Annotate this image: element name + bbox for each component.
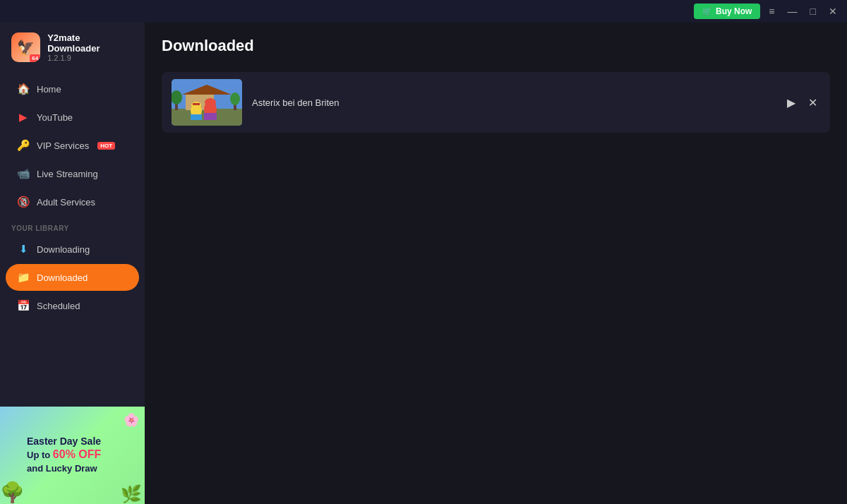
flower-icon: 🌸	[124, 412, 139, 428]
app-version: 1.2.1.9	[47, 54, 133, 62]
ad-discount: 60% OFF	[53, 448, 101, 460]
sidebar-item-vip[interactable]: 🔑 VIP Services HOT	[6, 132, 139, 159]
key-icon: 🔑	[17, 139, 30, 152]
library-section-label: YOUR LIBRARY	[0, 216, 145, 235]
sidebar-item-adult-label: Adult Services	[37, 197, 95, 208]
title-bar: Buy Now ≡ — □ ✕	[0, 0, 847, 23]
svg-rect-9	[193, 103, 200, 105]
downloaded-icon: 📁	[17, 271, 30, 284]
sidebar-item-downloading[interactable]: ⬇ Downloading	[6, 236, 139, 263]
ad-up-to: Up to	[27, 450, 50, 460]
sidebar-item-live[interactable]: 📹 Live Streaming	[6, 160, 139, 187]
downloading-icon: ⬇	[17, 243, 30, 256]
sidebar-item-live-label: Live Streaming	[37, 169, 98, 179]
item-title: Asterix bei den Briten	[252, 97, 774, 108]
app-logo-icon: 🦅 64	[11, 32, 40, 62]
app-logo-text: Y2mate Downloader 1.2.1.9	[47, 32, 133, 62]
svg-rect-7	[204, 113, 217, 120]
ad-subtitle: Up to 60% OFF	[27, 447, 121, 462]
delete-button[interactable]: ✕	[805, 93, 820, 112]
menu-button[interactable]: ≡	[764, 4, 779, 18]
sidebar-item-downloading-label: Downloading	[37, 244, 90, 255]
sidebar-item-scheduled-label: Scheduled	[37, 301, 80, 311]
sidebar-item-downloaded[interactable]: 📁 Downloaded	[6, 264, 139, 291]
app-logo: 🦅 64 Y2mate Downloader 1.2.1.9	[0, 23, 145, 75]
minimize-button[interactable]: —	[783, 4, 802, 18]
youtube-icon: ▶	[17, 111, 30, 124]
tree-left-icon: 🌳	[0, 481, 25, 504]
app-body: 🦅 64 Y2mate Downloader 1.2.1.9 🏠 Home ▶ …	[0, 23, 847, 504]
live-streaming-icon: 📹	[17, 167, 30, 180]
tree-right-icon: 🌿	[121, 484, 142, 504]
hot-badge: HOT	[97, 142, 115, 150]
ad-title: Easter Day Sale	[27, 436, 121, 447]
item-actions: ▶ ✕	[784, 93, 820, 112]
svg-point-14	[230, 92, 240, 105]
main-content: Downloaded	[145, 23, 847, 504]
download-item: Asterix bei den Briten ▶ ✕	[162, 72, 830, 133]
sidebar-item-home-label: Home	[37, 84, 61, 95]
sidebar-item-youtube[interactable]: ▶ YouTube	[6, 104, 139, 131]
sidebar: 🦅 64 Y2mate Downloader 1.2.1.9 🏠 Home ▶ …	[0, 23, 145, 504]
sidebar-item-downloaded-label: Downloaded	[37, 272, 88, 283]
ad-banner[interactable]: 🌳 🌸 Easter Day Sale Up to 60% OFF and Lu…	[0, 407, 145, 504]
sidebar-item-vip-label: VIP Services	[37, 140, 89, 151]
adult-services-icon: 🔞	[17, 196, 30, 208]
play-button[interactable]: ▶	[784, 93, 798, 112]
sidebar-item-home[interactable]: 🏠 Home	[6, 76, 139, 102]
maximize-button[interactable]: □	[806, 4, 820, 18]
sidebar-item-scheduled[interactable]: 📅 Scheduled	[6, 292, 139, 319]
svg-rect-6	[191, 114, 202, 120]
close-button[interactable]: ✕	[824, 4, 841, 18]
app-name: Y2mate Downloader	[47, 32, 133, 54]
scheduled-icon: 📅	[17, 299, 30, 312]
svg-point-10	[205, 98, 216, 107]
ad-lucky: and Lucky Draw	[27, 462, 121, 475]
home-icon: 🏠	[17, 83, 30, 95]
buy-now-button[interactable]: Buy Now	[694, 4, 760, 19]
page-title: Downloaded	[162, 37, 830, 55]
sidebar-item-youtube-label: YouTube	[37, 112, 73, 123]
title-bar-controls: Buy Now ≡ — □ ✕	[694, 4, 841, 19]
thumbnail	[172, 79, 242, 126]
sidebar-item-adult[interactable]: 🔞 Adult Services	[6, 188, 139, 215]
